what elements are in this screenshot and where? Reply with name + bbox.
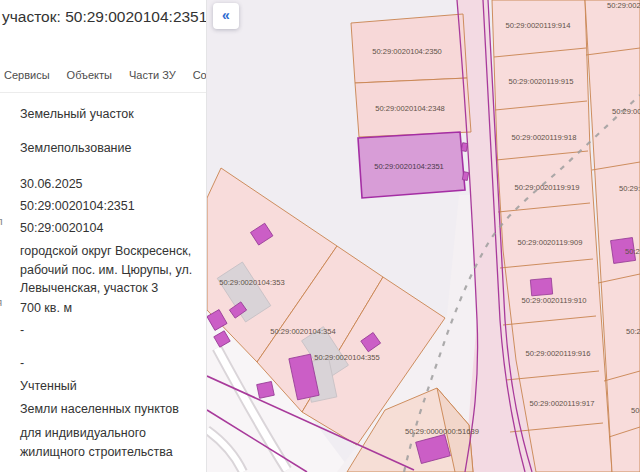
parcel-label: 50:29:0020119:919 (515, 183, 580, 192)
parcel-label-partial: 50:2 (626, 327, 640, 336)
building (257, 381, 275, 398)
clipped-label-fragment: л (0, 215, 3, 227)
parcel-label-partial: 50:29:0020 (619, 184, 640, 193)
map-canvas[interactable]: « (207, 0, 640, 472)
building (462, 172, 468, 181)
parcel-label: 50:29:0020119:909 (518, 238, 583, 247)
divider (0, 92, 207, 93)
parcel-label: 50:29:0020104:353 (219, 278, 284, 287)
field-dash-1: - (20, 321, 200, 340)
field-dash-2: - (20, 354, 200, 373)
parcel-label-partial: 50 (631, 406, 639, 415)
parcel-info-panel: участок: 50:29:0020104:2351 Сервисы Объе… (0, 0, 207, 472)
field-area: 700 кв. м (20, 299, 200, 318)
parcel-label: 50:29:0020104:2350 (372, 47, 442, 56)
parcel-label: 50:29:0020119:918 (512, 133, 577, 142)
parcel-label: 50:29:0020104:2348 (375, 104, 445, 113)
tab-zu-parts[interactable]: Части ЗУ (129, 69, 176, 81)
parcel-label-partial: 50:29 (625, 247, 640, 256)
field-status: Учтенный (20, 377, 200, 396)
tab-services[interactable]: Сервисы (4, 69, 50, 81)
parcel-label: 50:29:0000000:51639 (405, 427, 479, 436)
parcel-label-partial: 50:29:0020 (607, 1, 640, 10)
field-address: городской округ Воскресенск, рабочий пос… (20, 242, 200, 298)
clipped-label-fragment: я (0, 296, 2, 308)
parcel-label: 50:29:0020119:916 (526, 349, 591, 358)
parcel-label: 50:29:0020119:910 (522, 296, 587, 305)
field-cadastral-block: 50:29:0020104 (20, 219, 200, 238)
tab-sostav[interactable]: Состав (193, 69, 207, 81)
cadastral-map-svg[interactable]: 50:29:0020104:2350 50:29:0020104:2348 50… (207, 0, 640, 472)
field-cadastral-number: 50:29:0020104:2351 (20, 197, 200, 216)
page-title: участок: 50:29:0020104:2351 (2, 8, 207, 26)
field-date: 30.06.2025 (20, 175, 200, 194)
parcel-label: 50:29:0020119:915 (509, 77, 574, 86)
selected-parcel-label: 50:29:0020104:2351 (374, 162, 444, 171)
field-land-use: Землепользование (20, 139, 200, 158)
parcel-label-partial: 50:29:00 (612, 107, 640, 116)
chevrons-left-icon: « (222, 7, 230, 23)
field-land-category: Земли населенных пунктов (20, 400, 200, 419)
parcel-label: 50:29:0020119:917 (530, 399, 595, 408)
cadastral-map-app: участок: 50:29:0020104:2351 Сервисы Объе… (0, 0, 640, 472)
collapse-panel-button[interactable]: « (213, 3, 239, 29)
building (530, 278, 552, 296)
field-object-type: Земельный участок (20, 105, 200, 124)
field-permitted-use: для индивидуального жилищного строительс… (20, 424, 200, 461)
parcel-label: 50:29:0020119:914 (506, 21, 571, 30)
parcel-label: 50:29:0020104:354 (270, 327, 335, 336)
tab-objects[interactable]: Объекты (67, 69, 112, 81)
parcel-label: 50:29:0020104:355 (314, 353, 379, 362)
building (461, 143, 467, 152)
panel-tabs: Сервисы Объекты Части ЗУ Состав ▸ (4, 66, 207, 83)
